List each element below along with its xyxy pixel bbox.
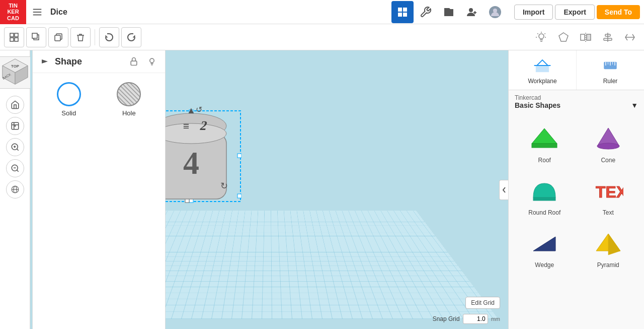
build-mode-button[interactable] <box>415 1 437 23</box>
workplane-label: Workplane <box>528 78 556 85</box>
logo: TIN KER CAD <box>7 3 19 22</box>
shape-item-text[interactable]: TEXT Text <box>577 170 640 222</box>
fit-all-button[interactable] <box>6 117 24 135</box>
shape-item-wedge[interactable]: Wedge <box>513 222 577 275</box>
project-title: Dice <box>48 8 387 17</box>
add-user-button[interactable] <box>461 1 483 23</box>
hole-label: Hole <box>122 109 136 117</box>
svg-text:↺: ↺ <box>196 105 202 114</box>
home-view-button[interactable] <box>6 96 24 114</box>
svg-rect-12 <box>10 38 14 41</box>
zoom-out-button[interactable] <box>6 159 24 177</box>
svg-rect-68 <box>536 65 548 72</box>
svg-rect-54 <box>237 194 242 198</box>
align-button[interactable] <box>598 27 618 47</box>
shape-header: Shape <box>33 50 165 73</box>
shapes-category-dropdown[interactable]: Basic Shapes <box>515 101 631 109</box>
delete-button[interactable] <box>70 27 91 47</box>
topbar-right <box>391 1 506 23</box>
round-roof-icon <box>528 176 560 206</box>
solid-icon <box>57 82 81 106</box>
logo-area: TIN KER CAD <box>0 0 26 24</box>
svg-point-79 <box>597 143 619 149</box>
shape-item-cone[interactable]: Cone <box>577 117 640 170</box>
svg-rect-80 <box>533 198 555 201</box>
duplicate-button[interactable] <box>26 27 46 47</box>
copy-button[interactable] <box>48 27 68 47</box>
svg-text:TEXT: TEXT <box>596 183 623 201</box>
roof-label: Roof <box>538 157 551 164</box>
profile-button[interactable] <box>484 1 506 23</box>
svg-rect-6 <box>403 13 407 17</box>
edit-grid-button[interactable]: Edit Grid <box>465 297 500 309</box>
svg-rect-11 <box>15 33 18 37</box>
svg-rect-15 <box>32 33 37 38</box>
snap-grid-input[interactable] <box>463 314 488 324</box>
svg-marker-85 <box>608 234 620 255</box>
svg-rect-3 <box>398 8 402 12</box>
text-shape-icon: TEXT <box>592 176 624 206</box>
svg-rect-13 <box>15 38 18 41</box>
svg-text:4: 4 <box>183 145 199 181</box>
list-icon-button[interactable] <box>28 3 46 21</box>
svg-rect-5 <box>398 13 402 17</box>
svg-line-38 <box>17 149 18 150</box>
sendto-button[interactable]: Send To <box>597 5 640 19</box>
shape-item-roof[interactable]: Roof <box>513 117 577 170</box>
view-cube[interactable]: TOP BACK <box>0 56 31 89</box>
light-bulb-button[interactable] <box>531 27 551 47</box>
perspective-button[interactable] <box>6 180 24 199</box>
svg-rect-1 <box>33 12 42 13</box>
shapes-grid: Roof Cone <box>509 113 644 279</box>
polygon-select-button[interactable] <box>553 27 574 47</box>
wedge-icon <box>528 228 560 258</box>
panel-collapse-button[interactable] <box>499 180 508 200</box>
svg-point-58 <box>156 123 226 144</box>
round-roof-label: Round Roof <box>528 209 560 216</box>
svg-marker-76 <box>532 128 557 144</box>
svg-point-17 <box>539 34 544 39</box>
export-button[interactable]: Export <box>555 5 594 20</box>
shape-bulb-button[interactable] <box>145 54 159 69</box>
ruler-label: Ruler <box>603 78 618 85</box>
shape-lock-button[interactable] <box>127 54 141 69</box>
toolbar <box>0 24 644 50</box>
svg-rect-2 <box>33 14 42 15</box>
mirror-button[interactable] <box>576 27 596 47</box>
shape-item-pyramid[interactable]: Pyramid <box>577 222 640 275</box>
svg-text:≡: ≡ <box>183 120 190 133</box>
svg-rect-25 <box>587 34 591 40</box>
dropdown-arrow-icon: ▼ <box>631 101 638 109</box>
hole-type-button[interactable]: Hole <box>107 79 151 120</box>
cone-icon <box>592 123 624 154</box>
select-all-button[interactable] <box>4 27 24 47</box>
tinkercad-label: Tinkercad <box>515 94 638 101</box>
shape-item-round-roof[interactable]: Round Roof <box>513 170 577 222</box>
svg-rect-77 <box>532 144 557 148</box>
svg-point-9 <box>493 9 497 13</box>
roof-icon <box>528 123 560 154</box>
files-button[interactable] <box>438 1 460 23</box>
shape-panel: Shape Solid Hole <box>32 50 166 329</box>
svg-point-7 <box>469 8 473 12</box>
workplane-button[interactable]: Workplane <box>509 50 577 90</box>
ruler-button[interactable]: Ruler <box>577 50 644 90</box>
wedge-label: Wedge <box>535 261 554 269</box>
main-area: TOP BACK <box>0 50 644 329</box>
grid-view-button[interactable] <box>391 1 414 23</box>
undo-button[interactable] <box>99 27 119 47</box>
solid-label: Solid <box>61 109 76 117</box>
snap-grid-area: Snap Grid mm <box>433 314 500 324</box>
topbar: TIN KER CAD Dice Import Export Send To <box>0 0 644 24</box>
svg-line-42 <box>17 170 18 171</box>
import-button[interactable]: Import <box>514 5 553 20</box>
redo-button[interactable] <box>121 27 141 47</box>
svg-marker-65 <box>42 59 48 63</box>
flip-button[interactable] <box>620 27 640 47</box>
zoom-in-button[interactable] <box>6 138 24 156</box>
solid-type-button[interactable]: Solid <box>47 79 91 120</box>
workplane-ruler-row: Workplane Ruler <box>509 50 644 90</box>
svg-rect-10 <box>10 33 14 37</box>
svg-line-19 <box>537 33 538 34</box>
shape-collapse-button[interactable] <box>39 55 51 68</box>
